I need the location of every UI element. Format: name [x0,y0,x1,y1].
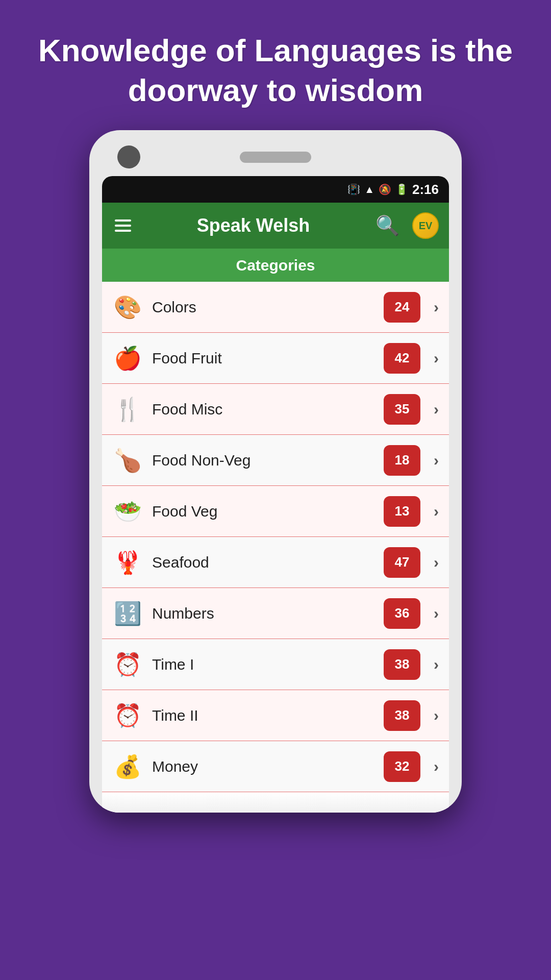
list-item[interactable]: 🍗 Food Non-Veg 18 › [102,435,449,486]
category-name: Time I [152,656,374,673]
chevron-right-icon: › [434,401,439,418]
categories-label: Categories [236,257,315,274]
status-time: 2:16 [412,182,439,198]
chevron-right-icon: › [434,605,439,622]
category-count: 24 [384,292,420,323]
phone-screen: 📳 ▲ 🔕 🔋 2:16 Speak Welsh 🔍 EV Categories [102,176,449,813]
list-item[interactable]: 🍎 Food Fruit 42 › [102,333,449,384]
numbers-icon: 🔢 [112,600,143,627]
phone-container: 📳 ▲ 🔕 🔋 2:16 Speak Welsh 🔍 EV Categories [89,130,462,813]
category-name: Money [152,758,374,775]
category-name: Food Non-Veg [152,452,374,469]
list-item[interactable]: 🔢 Numbers 36 › [102,588,449,639]
list-item[interactable]: 🥗 Food Veg 13 › [102,486,449,537]
wifi-icon: ▲ [364,184,374,195]
list-item[interactable]: 🎨 Colors 24 › [102,282,449,333]
seafood-icon: 🦞 [112,549,143,576]
chevron-right-icon: › [434,554,439,571]
category-count: 18 [384,445,420,476]
app-bar: Speak Welsh 🔍 EV [102,203,449,249]
food-nonveg-icon: 🍗 [112,447,143,474]
time2-icon: ⏰ [112,702,143,729]
category-count: 35 [384,394,420,425]
category-count: 13 [384,496,420,527]
chevron-right-icon: › [434,656,439,673]
status-icons: 📳 ▲ 🔕 🔋 2:16 [347,182,439,198]
colors-icon: 🎨 [112,294,143,321]
category-count: 32 [384,751,420,782]
category-list: 🎨 Colors 24 › 🍎 Food Fruit 42 › 🍴 Food M… [102,282,449,792]
category-name: Food Misc [152,401,374,418]
phone-top [102,145,449,176]
category-count: 38 [384,649,420,680]
category-name: Food Veg [152,503,374,520]
category-count: 47 [384,547,420,578]
category-count: 36 [384,598,420,629]
category-count: 38 [384,700,420,731]
category-name: Time II [152,707,374,724]
categories-bar: Categories [102,249,449,282]
notification-icon: 🔕 [379,183,391,195]
chevron-right-icon: › [434,350,439,367]
category-name: Food Fruit [152,350,374,367]
category-name: Colors [152,299,374,316]
page-title: Knowledge of Languages is the doorway to… [20,31,531,110]
category-name: Numbers [152,605,374,622]
list-item[interactable]: ⏰ Time I 38 › [102,639,449,690]
chevron-right-icon: › [434,452,439,469]
chevron-right-icon: › [434,299,439,316]
battery-icon: 🔋 [395,183,408,195]
category-count: 42 [384,343,420,374]
hamburger-menu-button[interactable] [112,217,134,234]
list-item[interactable]: 🦞 Seafood 47 › [102,537,449,588]
ev-badge[interactable]: EV [412,212,439,239]
bottom-fade [102,792,449,813]
time1-icon: ⏰ [112,651,143,678]
camera [117,145,140,168]
app-title: Speak Welsh [144,215,363,236]
vibrate-icon: 📳 [347,183,360,195]
list-item[interactable]: ⏰ Time II 38 › [102,690,449,741]
chevron-right-icon: › [434,758,439,775]
food-fruit-icon: 🍎 [112,345,143,372]
chevron-right-icon: › [434,707,439,724]
speaker [240,152,311,163]
money-icon: 💰 [112,753,143,780]
search-button[interactable]: 🔍 [373,212,402,239]
chevron-right-icon: › [434,503,439,520]
list-item[interactable]: 🍴 Food Misc 35 › [102,384,449,435]
status-bar: 📳 ▲ 🔕 🔋 2:16 [102,176,449,203]
list-item[interactable]: 💰 Money 32 › [102,741,449,792]
food-veg-icon: 🥗 [112,498,143,525]
food-misc-icon: 🍴 [112,396,143,423]
page-header: Knowledge of Languages is the doorway to… [0,0,551,130]
category-name: Seafood [152,554,374,571]
